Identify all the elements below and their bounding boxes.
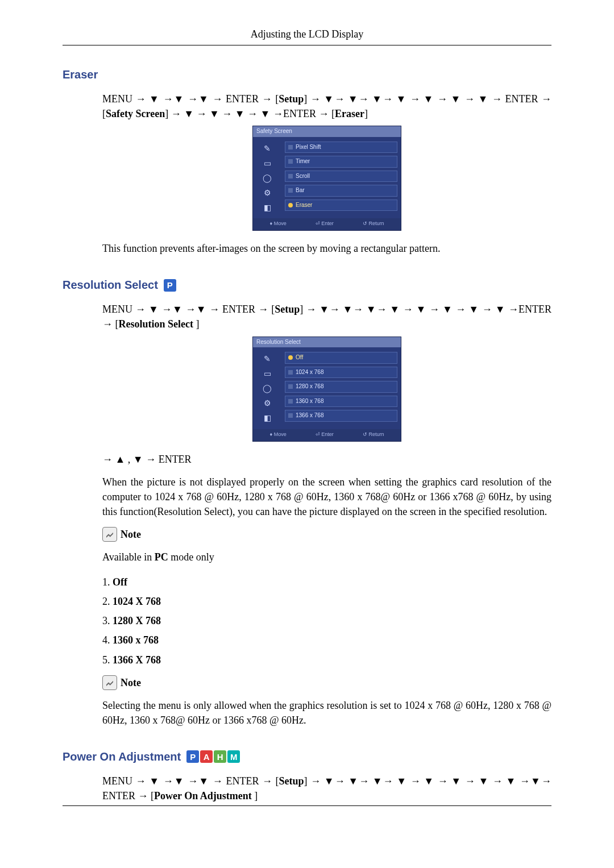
osd-item[interactable]: Timer	[285, 156, 397, 168]
post-nav-resolution: → ▲ , ▼ → ENTER	[102, 452, 551, 467]
list-item: Off	[113, 572, 551, 592]
osd-safety-screen: Safety Screen ✎ ▭ ◯ ⚙ ◧ Pixel Shift Time…	[252, 126, 401, 231]
header-rule	[63, 45, 551, 45]
note2-label: Note	[121, 675, 141, 690]
osd-item[interactable]: Scroll	[285, 171, 397, 182]
heading-power: Power On Adjustment P A H M	[63, 750, 551, 763]
osd-icon-column: ✎ ▭ ◯ ⚙ ◧	[253, 347, 281, 429]
list-item: 1366 X 768	[113, 650, 551, 670]
heading-resolution: Resolution Select P	[63, 279, 551, 292]
screen-icon: ▭	[262, 368, 273, 377]
osd-item[interactable]: Bar	[285, 185, 397, 197]
osd-item[interactable]: 1366 x 768	[285, 410, 397, 422]
osd-resolution-select: Resolution Select ✎ ▭ ◯ ⚙ ◧ Off 1024 x 7…	[252, 337, 401, 442]
badge-m-icon: M	[227, 750, 240, 763]
heading-eraser-text: Eraser	[63, 68, 98, 81]
osd-footer: ♦ Move ⏎ Enter ↺ Return	[253, 218, 401, 230]
osd-enter: ⏎ Enter	[316, 431, 334, 438]
brush-icon: ✎	[262, 353, 273, 362]
osd-item-selected[interactable]: Off	[285, 352, 397, 364]
osd-footer: ♦ Move ⏎ Enter ↺ Return	[253, 429, 401, 441]
page-header: Adjusting the LCD Display	[63, 28, 551, 45]
circle-icon: ◯	[262, 383, 273, 392]
badge-a-icon: A	[200, 750, 213, 763]
osd-list: Off 1024 x 768 1280 x 768 1360 x 768 136…	[281, 347, 401, 429]
nav-power: MENU → ▼ →▼ →▼ → ENTER → [Setup] → ▼→ ▼→…	[102, 774, 551, 803]
footer-rule	[63, 805, 551, 806]
list-item: 1280 X 768	[113, 611, 551, 630]
note-row-2: Note	[102, 675, 551, 690]
gear-icon: ⚙	[262, 397, 273, 406]
note-label: Note	[121, 527, 141, 542]
note-icon	[102, 527, 117, 542]
screen-icon: ▭	[262, 157, 273, 167]
osd-move: ♦ Move	[270, 431, 287, 438]
nav-eraser: MENU → ▼ →▼ →▼ → ENTER → [Setup] → ▼→ ▼→…	[102, 92, 551, 121]
heading-eraser: Eraser	[63, 68, 551, 81]
osd-item[interactable]: 1280 x 768	[285, 381, 397, 393]
osd-return: ↺ Return	[363, 431, 384, 438]
brush-icon: ✎	[262, 143, 273, 152]
eraser-body: This function prevents after-images on t…	[102, 241, 551, 256]
note-icon	[102, 675, 117, 690]
resolution-list: Off 1024 X 768 1280 X 768 1360 x 768 136…	[113, 572, 551, 669]
osd-move: ♦ Move	[270, 220, 287, 227]
heading-resolution-text: Resolution Select	[63, 279, 158, 292]
multi-icon: ◧	[262, 202, 273, 211]
osd-return: ↺ Return	[363, 220, 384, 227]
note2-body: Selecting the menu is only allowed when …	[102, 698, 551, 728]
badge-p-icon: P	[164, 279, 176, 292]
heading-power-text: Power On Adjustment	[63, 750, 181, 763]
osd-title: Safety Screen	[253, 126, 401, 137]
circle-icon: ◯	[262, 172, 273, 181]
badge-p-icon: P	[186, 750, 199, 763]
nav-resolution: MENU → ▼ →▼ →▼ → ENTER → [Setup] → ▼→ ▼→…	[102, 302, 551, 331]
osd-icon-column: ✎ ▭ ◯ ⚙ ◧	[253, 137, 281, 219]
badge-h-icon: H	[214, 750, 226, 763]
multi-icon: ◧	[262, 412, 273, 421]
osd-list: Pixel Shift Timer Scroll Bar Eraser	[281, 137, 401, 219]
osd-item[interactable]: 1360 x 768	[285, 396, 397, 408]
osd-title: Resolution Select	[253, 337, 401, 348]
list-item: 1360 x 768	[113, 630, 551, 650]
gear-icon: ⚙	[262, 187, 273, 196]
osd-item-selected[interactable]: Eraser	[285, 200, 397, 211]
note-body: Available in PC mode only	[102, 550, 551, 564]
list-item: 1024 X 768	[113, 592, 551, 611]
resolution-body: When the picture is not displayed proper…	[102, 475, 551, 519]
osd-item[interactable]: Pixel Shift	[285, 142, 397, 153]
note-row: Note	[102, 527, 551, 542]
osd-item[interactable]: 1024 x 768	[285, 367, 397, 379]
osd-enter: ⏎ Enter	[316, 220, 334, 227]
